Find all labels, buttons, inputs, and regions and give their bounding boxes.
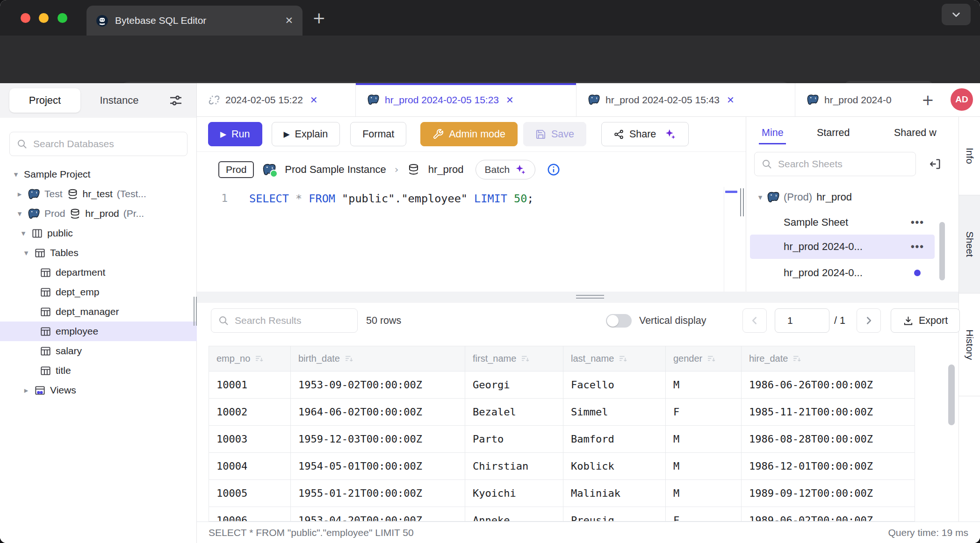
cell[interactable]: 10002	[209, 399, 291, 426]
sort-icon[interactable]	[254, 354, 264, 364]
column-header[interactable]: last_name	[563, 346, 666, 372]
sheet-search[interactable]	[754, 152, 916, 176]
minimize-window-button[interactable]	[39, 13, 49, 23]
cell[interactable]: 1955-01-21T00:00:00Z	[291, 480, 465, 507]
sql-code-line[interactable]: SELECT * FROM "public"."employee" LIMIT …	[249, 192, 533, 205]
maximize-window-button[interactable]	[58, 13, 67, 23]
column-header[interactable]: hire_date	[742, 346, 915, 372]
next-page-button[interactable]	[857, 308, 881, 333]
rail-tab-history[interactable]: History	[959, 293, 980, 396]
cell[interactable]: Georgi	[465, 372, 563, 399]
sort-icon[interactable]	[792, 354, 802, 364]
cell[interactable]: M	[666, 372, 742, 399]
close-sheet-tab-icon[interactable]: ✕	[727, 94, 735, 106]
run-button[interactable]: ▶ Run	[208, 122, 262, 146]
rail-tab-sheet[interactable]: Sheet	[959, 195, 980, 293]
browser-tab[interactable]: Bytebase SQL Editor ✕	[86, 6, 303, 36]
cell[interactable]: 10004	[209, 453, 291, 480]
sheet-search-input[interactable]	[777, 158, 909, 170]
sort-icon[interactable]	[618, 354, 628, 364]
tree-item-views[interactable]: ▸ Views	[0, 380, 197, 400]
cell[interactable]: 10003	[209, 426, 291, 453]
cell[interactable]: Parto	[465, 426, 563, 453]
column-header[interactable]: first_name	[465, 346, 563, 372]
cell[interactable]: Maliniak	[563, 480, 666, 507]
database-search-input[interactable]	[32, 138, 180, 150]
cell[interactable]: Preusig	[563, 507, 666, 522]
batch-button[interactable]: Batch	[476, 160, 535, 179]
close-sheet-tab-icon[interactable]: ✕	[310, 94, 318, 106]
save-button[interactable]: Save	[523, 122, 586, 146]
sheet-tab-4[interactable]: hr_prod 2024-0	[795, 83, 921, 116]
sheet-item[interactable]: hr_prod 2024-0...	[750, 261, 935, 285]
tree-item-table-dept-emp[interactable]: dept_emp	[0, 282, 197, 302]
connection-info-icon[interactable]	[547, 163, 561, 177]
sheets-tab-starred[interactable]: Starred	[817, 122, 850, 143]
sort-icon[interactable]	[344, 354, 354, 364]
cell[interactable]: Bezalel	[465, 399, 563, 426]
tree-item-db-hr-test[interactable]: ▸ Test hr_test (Test...	[0, 184, 197, 204]
sheet-tab-1[interactable]: 2024-02-05 15:22 ✕	[197, 83, 356, 116]
instance-name[interactable]: Prod Sample Instance	[285, 164, 386, 176]
cell[interactable]: 1959-12-03T00:00:00Z	[291, 426, 465, 453]
column-header[interactable]: emp_no	[209, 346, 291, 372]
close-sheet-tab-icon[interactable]: ✕	[506, 94, 514, 106]
sheet-list-scrollbar[interactable]	[939, 222, 945, 280]
table-row[interactable]: 10001 1953-09-02T00:00:00Z Georgi Facell…	[209, 372, 915, 399]
user-avatar[interactable]: AD	[951, 88, 973, 111]
table-row[interactable]: 10003 1959-12-03T00:00:00Z Parto Bamford…	[209, 426, 915, 453]
admin-mode-button[interactable]: Admin mode	[420, 122, 518, 146]
results-scrollbar[interactable]	[948, 364, 955, 425]
tree-item-project[interactable]: ▾ Sample Project	[0, 164, 197, 184]
cell[interactable]: 1989-06-02T00:00:00Z	[742, 507, 915, 522]
sheet-tab-3[interactable]: hr_prod 2024-02-05 15:43 ✕	[576, 83, 795, 116]
sheet-item[interactable]: Sample Sheet •••	[750, 210, 935, 235]
tree-item-table-salary[interactable]: salary	[0, 341, 197, 361]
cell[interactable]: F	[666, 507, 742, 522]
tree-item-table-employee[interactable]: employee	[0, 322, 197, 341]
cell[interactable]: 1953-04-20T00:00:00Z	[291, 507, 465, 522]
cell[interactable]: Facello	[563, 372, 666, 399]
sheet-item[interactable]: hr_prod 2024-0...	[750, 285, 935, 292]
tree-item-table-title[interactable]: title	[0, 361, 197, 380]
caret-down-icon[interactable]: ▾	[757, 193, 764, 202]
tab-project[interactable]: Project	[9, 88, 80, 113]
page-number-input[interactable]	[775, 308, 829, 333]
results-search-input[interactable]	[234, 314, 351, 327]
results-resize-handle[interactable]	[576, 295, 604, 300]
cell[interactable]: 1964-06-02T00:00:00Z	[291, 399, 465, 426]
cell[interactable]: 1986-12-01T00:00:00Z	[742, 453, 915, 480]
sort-icon[interactable]	[706, 354, 716, 364]
collapse-panel-icon[interactable]	[929, 157, 942, 171]
more-menu-icon[interactable]: •••	[911, 241, 924, 253]
format-button[interactable]: Format	[350, 122, 406, 146]
column-header[interactable]: birth_date	[291, 346, 465, 372]
close-tab-icon[interactable]: ✕	[285, 15, 293, 26]
cell[interactable]: F	[666, 399, 742, 426]
database-search[interactable]	[9, 132, 187, 156]
new-sheet-tab-button[interactable]: +	[922, 91, 934, 109]
sheet-tab-2-active[interactable]: hr_prod 2024-02-05 15:23 ✕	[356, 83, 576, 116]
table-row[interactable]: 10002 1964-06-02T00:00:00Z Bezalel Simme…	[209, 399, 915, 426]
caret-down-icon[interactable]: ▾	[22, 248, 30, 257]
cell[interactable]: 10001	[209, 372, 291, 399]
cell[interactable]: M	[666, 480, 742, 507]
rail-tab-info[interactable]: Info	[959, 117, 980, 195]
sheet-item-selected[interactable]: hr_prod 2024-0... •••	[750, 235, 935, 259]
tree-item-table-dept-manager[interactable]: dept_manager	[0, 302, 197, 322]
caret-down-icon[interactable]: ▾	[16, 209, 23, 218]
sheets-tab-shared[interactable]: Shared w	[894, 122, 937, 143]
cell[interactable]: Simmel	[563, 399, 666, 426]
panel-resize-handle[interactable]	[740, 188, 745, 216]
explain-button[interactable]: ▶ Explain	[272, 122, 340, 146]
caret-down-icon[interactable]: ▾	[20, 229, 27, 238]
cell[interactable]: 1986-08-28T00:00:00Z	[742, 426, 915, 453]
cell[interactable]: M	[666, 426, 742, 453]
caret-down-icon[interactable]: ▾	[12, 170, 20, 179]
prev-page-button[interactable]	[742, 308, 767, 333]
cell[interactable]: Koblick	[563, 453, 666, 480]
cell[interactable]: Anneke	[465, 507, 563, 522]
caret-right-icon[interactable]: ▸	[22, 386, 30, 395]
cell[interactable]: Bamford	[563, 426, 666, 453]
table-row[interactable]: 10005 1955-01-21T00:00:00Z Kyoichi Malin…	[209, 480, 915, 507]
